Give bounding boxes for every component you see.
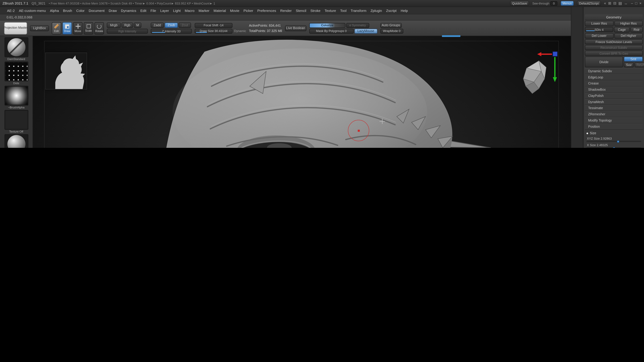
draw-size-slider[interactable]: Draw Size 30.43144 [195, 28, 232, 33]
layout-grid-alt-icon[interactable]: ⊟ [613, 1, 616, 5]
palette-section[interactable]: Position [585, 123, 643, 130]
scale-mode-button[interactable]: Scale [84, 22, 93, 34]
menu-item[interactable]: AE-2 [5, 8, 17, 12]
see-through-control[interactable]: See-through 0 [532, 1, 557, 5]
rgb-intensity-slider[interactable]: Rgb Intensity [107, 29, 148, 33]
maximize-icon[interactable]: □ [635, 1, 637, 5]
live-boolean-button[interactable]: Live Boolean [285, 25, 306, 31]
layout-grid-icon[interactable]: ⊞ [608, 1, 611, 5]
cage-button[interactable]: Cage [614, 27, 630, 32]
symmetry-button[interactable]: e Symmetry [346, 23, 369, 28]
menu-item[interactable]: Macro [183, 8, 196, 12]
menu-item[interactable]: Render [278, 8, 294, 12]
reconstruct-subdiv-button[interactable]: Reconstruct Subdiv [585, 45, 643, 50]
menu-item[interactable]: File [148, 8, 158, 12]
higher-res-button[interactable]: Higher Res [614, 21, 643, 26]
mask-by-polygroups-slider[interactable]: Mask By Polygroups 0 [309, 28, 353, 33]
rotate-mode-button[interactable]: Rotate [94, 22, 104, 34]
menu-item[interactable]: Texture [322, 8, 338, 12]
panel-divider[interactable]: ◀ [571, 7, 583, 148]
dock-collapse-icon[interactable]: « [604, 1, 606, 5]
geometry-header[interactable]: Geometry [585, 14, 643, 20]
document-thumbnail[interactable] [45, 52, 87, 89]
current-brush[interactable]: DamStandard [4, 37, 28, 61]
smt-button[interactable]: Smt [624, 57, 643, 61]
menu-item[interactable]: Tool [338, 8, 349, 12]
menu-item[interactable]: Layer [158, 8, 171, 12]
palette-section[interactable]: EdgeLoop [585, 74, 643, 80]
menu-item[interactable]: Alpha [48, 8, 61, 12]
freeze-subdivision-button[interactable]: Freeze SubDivision Levels [585, 39, 643, 44]
z-intensity-slider[interactable]: Z Intensity 33 [151, 29, 192, 33]
size-section-header[interactable]: Size [585, 131, 643, 136]
divide-button[interactable]: Divide [585, 57, 623, 67]
palette-section[interactable]: Dynamic Subdiv [585, 68, 643, 74]
sculpt-canvas[interactable] [33, 36, 571, 148]
menu-item[interactable]: Preferences [255, 8, 278, 12]
palette-section[interactable]: Tessimate [585, 105, 643, 111]
edit-mode-button[interactable]: Edit [52, 22, 61, 34]
current-material[interactable]: BasicMaterial2 [4, 134, 28, 148]
auto-groups-button[interactable]: Auto Groups [380, 23, 402, 28]
move-mode-button[interactable]: Move [73, 22, 82, 34]
lazymouse-button[interactable]: LazyMouse [354, 28, 377, 33]
current-alpha[interactable]: ~BrushAlpha [4, 86, 28, 109]
menu-item[interactable]: Light [171, 8, 183, 12]
menu-item[interactable]: Stencil [294, 8, 308, 12]
menu-item[interactable]: Brush [61, 8, 74, 12]
minimize-icon[interactable]: – [631, 1, 633, 5]
wrapmode-slider[interactable]: WrapMode 0 [380, 28, 403, 33]
current-stroke[interactable]: Dots [4, 61, 28, 85]
suv-button[interactable]: Suv [624, 62, 634, 67]
menu-item[interactable]: Picker [242, 8, 255, 12]
zcut-button[interactable]: Zcut [178, 23, 191, 28]
menu-item[interactable]: Stroke [308, 8, 322, 12]
size-slider[interactable]: X Size 2.48325 [585, 143, 643, 148]
size-slider[interactable]: XYZ Size 2.92863 [585, 137, 643, 143]
lower-res-button[interactable]: Lower Res [585, 21, 613, 26]
menu-item[interactable]: Material [212, 8, 228, 12]
projection-master-button[interactable]: Projection Master [4, 22, 27, 34]
menu-item[interactable]: Help [399, 8, 410, 12]
close-icon[interactable]: × [639, 1, 642, 5]
mrgb-button[interactable]: Mrgb [107, 23, 121, 28]
menu-item[interactable]: Edit [138, 8, 148, 12]
palette-section[interactable]: ZRemesher [585, 111, 643, 117]
menu-item[interactable]: Zscript [384, 8, 399, 12]
menu-item[interactable]: Document [86, 8, 106, 12]
menu-item[interactable]: Transform [349, 8, 368, 12]
focal-shift-slider[interactable]: Focal Shift -14 [195, 23, 232, 28]
sdiv-slider[interactable]: SDiv 4 [585, 27, 613, 32]
palette-section[interactable]: ShadowBox [585, 87, 643, 93]
axis-gizmo[interactable] [537, 51, 558, 84]
rgb-button[interactable]: Rgb [122, 23, 133, 28]
menu-item[interactable]: Marker [196, 8, 212, 12]
menu-item[interactable]: AE-custom-menu [17, 8, 48, 12]
draw-mode-button[interactable]: Draw [62, 22, 72, 34]
palette-section[interactable]: Crease [585, 80, 643, 87]
menu-item[interactable]: Movie [228, 8, 242, 12]
reuv-button[interactable]: ReUV [634, 62, 644, 67]
palette-section[interactable]: ClayPolish [585, 93, 643, 99]
menu-item[interactable]: Dynamics [119, 8, 138, 12]
divider-arrows-icon[interactable]: ↔ [624, 1, 628, 5]
quicksave-button[interactable]: QuickSave [510, 1, 529, 6]
zsub-button[interactable]: Zsub [165, 23, 178, 28]
del-lower-button[interactable]: Del Lower [585, 33, 613, 38]
rstr-button[interactable]: Rstr [630, 27, 643, 32]
palette-section[interactable]: Modify Topology [585, 117, 643, 123]
menu-item[interactable]: Color [74, 8, 86, 12]
palette-section[interactable]: DynaMesh [585, 99, 643, 105]
default-zscript-button[interactable]: DefaultZScript [577, 1, 601, 6]
m-button[interactable]: M [134, 23, 141, 28]
menu-item[interactable]: Zplugin [368, 8, 384, 12]
zadd-button[interactable]: Zadd [151, 23, 164, 28]
colorize-slider[interactable]: Colorize [309, 23, 345, 28]
current-texture[interactable]: Texture Off [4, 110, 28, 133]
menu-item[interactable]: Draw [107, 8, 119, 12]
del-higher-button[interactable]: Del Higher [614, 33, 643, 38]
menus-button[interactable]: Menus [560, 1, 574, 6]
lightbox-button[interactable]: LightBox [30, 25, 49, 31]
layout-rows-icon[interactable]: ▤ [618, 1, 622, 5]
convert-bpr-button[interactable]: Convert BPR To Geo [585, 51, 643, 56]
